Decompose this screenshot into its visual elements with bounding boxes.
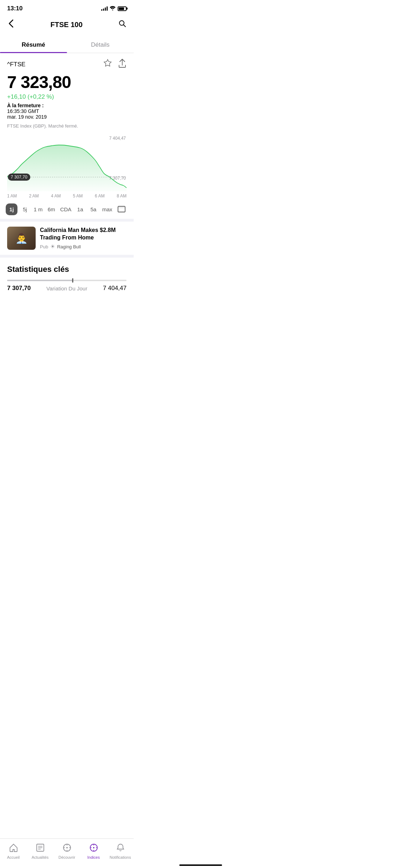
chart-pill: 7 307,70	[8, 174, 30, 181]
range-1m[interactable]: 1 m	[32, 203, 44, 215]
time-label-8am: 8 AM	[117, 193, 127, 198]
header: FTSE 100	[0, 15, 134, 37]
price-chart	[7, 134, 127, 191]
stock-info: ^FTSE 7 323,80 +16,10 (+0,22 %) À la fer…	[0, 53, 134, 133]
stats-low: 7 307,70	[7, 285, 31, 292]
search-button[interactable]	[118, 19, 127, 30]
news-source: Pub ☀ Raging Bull	[40, 243, 127, 250]
status-time: 13:10	[7, 5, 22, 12]
stats-title: Statistiques clés	[7, 265, 127, 274]
stats-section: Statistiques clés 7 307,70 Variation Du …	[0, 258, 134, 298]
time-label-6am: 6 AM	[95, 193, 104, 198]
chart-baseline-label: 7 307,70	[109, 176, 126, 181]
stats-range-label: Variation Du Jour	[46, 285, 87, 291]
stock-ticker-row: ^FTSE	[7, 59, 127, 70]
range-bar-track	[7, 280, 127, 281]
wifi-icon	[110, 6, 115, 11]
range-bar	[7, 280, 127, 281]
status-icons	[101, 6, 127, 11]
tabs: Résumé Détails	[0, 37, 134, 53]
news-source-icon: ☀	[50, 243, 55, 250]
news-source-name: Raging Bull	[57, 244, 81, 249]
time-label-2am: 2 AM	[29, 193, 39, 198]
range-cda[interactable]: CDA	[59, 203, 73, 215]
svg-line-1	[123, 25, 125, 27]
range-1a[interactable]: 1a	[74, 203, 86, 215]
watchlist-button[interactable]	[103, 59, 112, 70]
tab-resume[interactable]: Résumé	[0, 37, 67, 53]
stock-close-time: 16:35:30 GMT	[7, 108, 127, 114]
stock-ticker: ^FTSE	[7, 61, 25, 68]
news-ad[interactable]: 👨‍💼 California Man Makes $2.8M Trading F…	[0, 222, 134, 258]
time-label-5am: 5 AM	[73, 193, 83, 198]
stats-row: 7 307,70 Variation Du Jour 7 404,47	[7, 285, 127, 292]
range-bar-fill	[7, 280, 73, 281]
stock-close-label: À la fermeture :	[7, 103, 127, 108]
news-content: California Man Makes $2.8M Trading From …	[40, 227, 127, 250]
stock-change: +16,10 (+0,22 %)	[7, 93, 127, 100]
time-label-1am: 1 AM	[7, 193, 17, 198]
time-axis: 1 AM 2 AM 4 AM 5 AM 6 AM 8 AM	[0, 191, 134, 198]
expand-chart-button[interactable]	[115, 204, 128, 214]
range-5j[interactable]: 5j	[19, 203, 31, 215]
chart-max-label: 7 404,47	[109, 136, 126, 141]
time-range-selector: 1j 5j 1 m 6m CDA 1a 5a max	[0, 200, 134, 222]
stock-price: 7 323,80	[7, 73, 127, 92]
range-bar-thumb	[72, 278, 73, 283]
share-button[interactable]	[118, 59, 127, 70]
stock-actions	[103, 59, 127, 70]
range-5a[interactable]: 5a	[88, 203, 99, 215]
stock-close-date: mar. 19 nov. 2019	[7, 114, 127, 120]
stock-market-info: FTSE Index (GBP). Marché fermé.	[7, 123, 127, 129]
battery-icon	[118, 6, 127, 11]
chart-container: 7 404,47 7 307,70 7 307,70	[0, 134, 134, 191]
back-button[interactable]	[7, 18, 15, 31]
news-thumbnail: 👨‍💼	[7, 227, 36, 250]
stats-high: 7 404,47	[103, 285, 127, 292]
signal-icon	[101, 6, 108, 11]
news-pub-label: Pub	[40, 244, 48, 249]
svg-rect-3	[118, 206, 125, 212]
range-max[interactable]: max	[101, 203, 114, 215]
page-title: FTSE 100	[50, 21, 82, 29]
time-label-4am: 4 AM	[51, 193, 61, 198]
tab-details[interactable]: Détails	[67, 37, 134, 53]
range-6m[interactable]: 6m	[46, 203, 57, 215]
status-bar: 13:10	[0, 0, 134, 15]
range-1j[interactable]: 1j	[6, 203, 17, 215]
news-title: California Man Makes $2.8M Trading From …	[40, 227, 127, 242]
